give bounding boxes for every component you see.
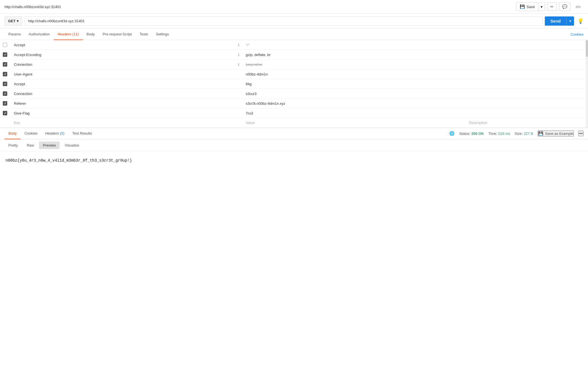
send-button-group: Send ▾: [545, 16, 574, 26]
tab-settings[interactable]: Settings: [152, 29, 173, 40]
header-key-8: Key: [14, 121, 20, 125]
url-bar: GET ▾ Send ▾ 💡: [0, 14, 588, 29]
header-checkbox-1[interactable]: [3, 52, 7, 57]
headers-scroll-area: Acceptℹ*/*Accept-Encodingℹgzip, deflate,…: [0, 40, 588, 128]
time-label: Time: 528 ms: [488, 132, 510, 136]
save-example-button[interactable]: 💾 Save as Example: [538, 130, 574, 137]
send-chevron-icon: ▾: [569, 19, 571, 23]
header-value-4: fl4g: [246, 82, 252, 86]
table-row: Connectionℹkeep-alive: [0, 60, 588, 69]
code-icon: </>: [575, 5, 581, 9]
table-row: Referers3cr3t.n00bz-4dm1n.xyz: [0, 99, 588, 108]
send-label: Send: [550, 19, 561, 23]
top-bar-right: 💾 Save ▾ ✏ 💬 </>: [516, 2, 584, 11]
header-description-8: Description: [469, 121, 487, 125]
header-value-2: keep-alive: [246, 62, 262, 67]
header-value-0: */*: [246, 43, 250, 47]
headers-table: Acceptℹ*/*Accept-Encodingℹgzip, deflate,…: [0, 40, 588, 128]
code-button[interactable]: </>: [573, 3, 584, 11]
table-row: Accept-Encodingℹgzip, deflate, br: [0, 50, 588, 60]
more-options-button[interactable]: •••: [578, 131, 584, 136]
globe-icon: 🌐: [449, 131, 455, 136]
resp-tab-test-results[interactable]: Test Results: [68, 128, 96, 139]
view-tab-preview[interactable]: Preview: [39, 142, 60, 149]
response-tabs: Body Cookies Headers (5) Test Results 🌐 …: [0, 128, 588, 139]
header-key-5: Connection: [14, 92, 32, 96]
header-value-5: s3cur3: [246, 92, 257, 96]
table-row: KeyValueDescription: [0, 118, 588, 128]
chevron-down-icon: ▾: [541, 5, 543, 9]
header-checkbox-6[interactable]: [3, 101, 7, 106]
resp-tab-headers[interactable]: Headers (5): [42, 128, 69, 139]
more-icon: •••: [579, 131, 583, 136]
save-button-group: 💾 Save ▾: [516, 2, 545, 11]
view-tab-pretty[interactable]: Pretty: [4, 142, 22, 149]
edit-icon: ✏: [550, 4, 554, 9]
response-status: 🌐 Status: 200 OK Time: 528 ms Size: 227 …: [449, 130, 584, 137]
view-tab-visualize[interactable]: Visualize: [61, 142, 83, 149]
header-key-4: Accept: [14, 82, 25, 86]
tab-params[interactable]: Params: [4, 29, 25, 40]
size-label: Size: 227 B: [515, 132, 533, 136]
scrollbar-track: [586, 40, 588, 128]
send-button[interactable]: Send: [545, 16, 566, 26]
url-input[interactable]: [25, 16, 543, 26]
info-icon-2[interactable]: ℹ: [238, 62, 239, 67]
header-key-7: Give-Flag: [14, 111, 30, 115]
hint-icon[interactable]: 💡: [577, 18, 584, 24]
header-checkbox-2[interactable]: [3, 62, 7, 67]
save-button[interactable]: 💾 Save: [516, 3, 538, 11]
response-body: n00bz{y0u_4r3_n0w_4_v4l1d_m3mb3r_0f_th3_…: [0, 152, 588, 169]
header-value-1: gzip, deflate, br: [246, 53, 271, 57]
header-checkbox-7[interactable]: [3, 111, 7, 115]
header-checkbox-5[interactable]: [3, 91, 7, 96]
header-value-8: Value: [246, 121, 255, 125]
top-bar-url: http://challs.n00bzunit3d.xyz:31401: [4, 5, 61, 9]
request-tabs: Params Authorization Headers (11) Body P…: [0, 29, 588, 40]
edit-icon-button[interactable]: ✏: [547, 3, 557, 11]
cookies-link[interactable]: Cookies: [570, 29, 584, 40]
scrollbar-thumb[interactable]: [586, 40, 588, 57]
comment-icon: 💬: [562, 4, 567, 9]
header-checkbox-4[interactable]: [3, 82, 7, 86]
response-content: n00bz{y0u_4r3_n0w_4_v4l1d_m3mb3r_0f_th3_…: [6, 158, 132, 163]
tab-prerequest[interactable]: Pre-request Script: [99, 29, 136, 40]
header-key-0: Accept: [14, 43, 25, 47]
info-icon-1[interactable]: ℹ: [238, 53, 239, 57]
table-row: Acceptfl4g: [0, 79, 588, 89]
tab-authorization[interactable]: Authorization: [25, 29, 54, 40]
method-select[interactable]: GET ▾: [4, 16, 22, 26]
tab-body[interactable]: Body: [83, 29, 99, 40]
table-row: User-Agentn00bz-4dm1n: [0, 69, 588, 79]
header-key-6: Referer: [14, 101, 26, 106]
header-key-3: User-Agent: [14, 72, 32, 76]
save-chevron-button[interactable]: ▾: [538, 3, 545, 11]
table-row: Acceptℹ*/*: [0, 40, 588, 50]
resp-tab-body[interactable]: Body: [4, 128, 21, 139]
save-example-icon: 💾: [538, 131, 543, 136]
header-value-7: 7ru3: [246, 111, 253, 115]
method-chevron-icon: ▾: [17, 19, 19, 23]
header-checkbox-3[interactable]: [3, 72, 7, 76]
info-icon-0[interactable]: ℹ: [238, 43, 239, 47]
tab-tests[interactable]: Tests: [136, 29, 152, 40]
view-tab-raw[interactable]: Raw: [23, 142, 38, 149]
table-row: Connections3cur3: [0, 89, 588, 99]
save-label: Save: [527, 5, 535, 9]
comment-icon-button[interactable]: 💬: [559, 2, 570, 11]
header-key-2: Connection: [14, 62, 32, 67]
resp-headers-badge: (5): [60, 131, 64, 135]
status-value: 200 OK: [472, 132, 484, 136]
tab-headers[interactable]: Headers (11): [54, 29, 83, 40]
method-label: GET: [8, 19, 16, 23]
headers-badge: (11): [72, 32, 79, 36]
size-value: 227 B: [524, 132, 533, 136]
header-value-3: n00bz-4dm1n: [246, 72, 268, 76]
table-row: Give-Flag7ru3: [0, 108, 588, 118]
top-bar: http://challs.n00bzunit3d.xyz:31401 💾 Sa…: [0, 0, 588, 14]
status-label: Status: 200 OK: [459, 132, 484, 136]
save-example-label: Save as Example: [545, 132, 573, 136]
header-checkbox-0[interactable]: [3, 43, 7, 47]
send-chevron-button[interactable]: ▾: [566, 17, 574, 25]
resp-tab-cookies[interactable]: Cookies: [21, 128, 42, 139]
